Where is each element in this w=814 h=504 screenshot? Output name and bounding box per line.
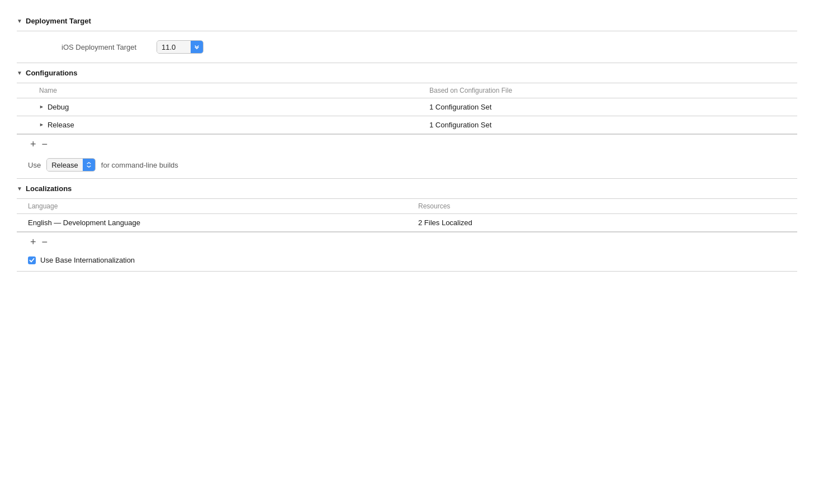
use-label: Use	[28, 161, 41, 169]
ios-version-dropdown-button[interactable]	[191, 41, 203, 53]
table-row[interactable]: ► Release 1 Configuration Set	[17, 116, 797, 134]
table-row[interactable]: ► Debug 1 Configuration Set	[17, 98, 797, 116]
row-expand-icon[interactable]: ►	[39, 122, 44, 127]
chevron-down-icon	[194, 44, 200, 50]
localizations-title: Localizations	[26, 184, 72, 193]
ios-version-select[interactable]: 11.0	[157, 40, 204, 54]
config-name-label: Debug	[48, 103, 69, 111]
remove-localization-button[interactable]: −	[40, 237, 50, 247]
deployment-target-header: ▼ Deployment Target	[17, 11, 797, 31]
ios-deployment-label: iOS Deployment Target	[61, 43, 151, 51]
config-col-name: Name	[17, 83, 407, 98]
use-suffix-label: for command-line builds	[101, 161, 178, 169]
use-base-internationalization-label: Use Base Internationalization	[40, 256, 135, 264]
english-resources-label: 2 Files Localized	[407, 214, 797, 232]
config-col-based-on: Based on Configuration File	[407, 83, 797, 98]
configurations-header: ▼ Configurations	[17, 63, 797, 83]
use-config-select[interactable]: Release	[46, 158, 96, 172]
row-expand-icon[interactable]: ►	[39, 104, 44, 110]
deployment-target-section: ▼ Deployment Target iOS Deployment Targe…	[17, 11, 797, 63]
deployment-target-row: iOS Deployment Target 11.0	[17, 31, 797, 63]
add-localization-button[interactable]: +	[28, 237, 39, 247]
configurations-toolbar: + −	[17, 135, 797, 154]
use-config-dropdown-button[interactable]	[83, 159, 95, 171]
table-row[interactable]: English — Development Language 2 Files L…	[17, 214, 797, 232]
use-base-internationalization-checkbox[interactable]	[28, 256, 36, 264]
localizations-table-header-row: Language Resources	[17, 199, 797, 214]
local-col-resources: Resources	[407, 199, 797, 214]
remove-configuration-button[interactable]: −	[40, 139, 50, 149]
configurations-table-header-row: Name Based on Configuration File	[17, 83, 797, 98]
collapse-localizations-icon[interactable]: ▼	[17, 186, 22, 192]
configurations-table: Name Based on Configuration File ► Debug…	[17, 83, 797, 134]
checkmark-icon	[29, 258, 35, 263]
localizations-section: ▼ Localizations Language Resources Engli…	[17, 179, 797, 272]
config-debug-name: ► Debug	[17, 98, 407, 116]
localizations-table: Language Resources English — Development…	[17, 199, 797, 232]
localizations-toolbar: + −	[17, 232, 797, 251]
add-configuration-button[interactable]: +	[28, 139, 39, 149]
localizations-header: ▼ Localizations	[17, 179, 797, 198]
use-config-value: Release	[47, 159, 83, 171]
chevron-updown-icon	[86, 162, 92, 168]
config-release-based-on: 1 Configuration Set	[407, 116, 797, 134]
configurations-title: Configurations	[26, 69, 77, 77]
ios-version-value: 11.0	[157, 41, 191, 53]
use-base-internationalization-row: Use Base Internationalization	[17, 251, 797, 271]
local-col-language: Language	[17, 199, 407, 214]
collapse-triangle-icon[interactable]: ▼	[17, 18, 22, 24]
collapse-configurations-icon[interactable]: ▼	[17, 70, 22, 76]
divider-local-bottom	[17, 271, 797, 272]
configurations-section: ▼ Configurations Name Based on Configura…	[17, 63, 797, 179]
use-for-builds-row: Use Release for command-line builds	[17, 154, 797, 178]
english-language-label: English — Development Language	[17, 214, 407, 232]
config-debug-based-on: 1 Configuration Set	[407, 98, 797, 116]
deployment-target-title: Deployment Target	[26, 17, 91, 25]
config-release-name: ► Release	[17, 116, 407, 134]
config-name-label: Release	[48, 121, 74, 129]
